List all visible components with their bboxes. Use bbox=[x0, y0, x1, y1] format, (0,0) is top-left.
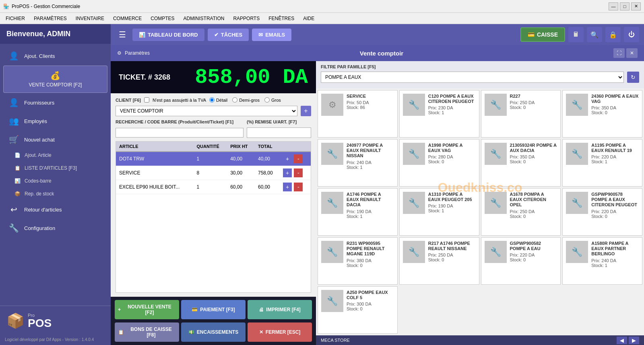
menu-parametres[interactable]: PARAMÈTRES bbox=[30, 14, 71, 23]
window-controls[interactable]: — □ ✕ bbox=[609, 2, 641, 10]
menu-commerce[interactable]: COMMERCE bbox=[109, 14, 146, 23]
product-card[interactable]: 🔧A1195 POMPE A EAUX RENAULT 19Prix: 220 … bbox=[562, 139, 642, 187]
sidebar-item-employes[interactable]: 👥 Employés bbox=[3, 112, 107, 130]
client-row: CLIENT [F6] N'est pas assujetti à la TVA… bbox=[116, 97, 311, 103]
product-card[interactable]: 🔧24360 POMPE A EAUX VAGPrix: 350 DAStock… bbox=[562, 90, 642, 138]
search-button[interactable]: 🔍 bbox=[587, 27, 602, 42]
product-card[interactable]: 🔧R217 A1746 POMPE REAULT NISSANEPrix: 25… bbox=[399, 237, 479, 285]
sidebar-item-ajout-clients[interactable]: 👤 Ajout. Clients bbox=[3, 47, 107, 65]
product-card[interactable]: ⚙SERVICEPrix: 50 DAStock: 86 bbox=[318, 90, 398, 138]
menu-rapports[interactable]: RAPPORTS bbox=[229, 14, 264, 23]
menu-fenetres[interactable]: FENÊTRES bbox=[264, 14, 298, 23]
product-card[interactable]: 🔧A1310 POMPE A EAUX PEUGEOT 205Prix: 190… bbox=[399, 188, 479, 236]
sidebar-item-configuration[interactable]: 🔧 Configuration bbox=[3, 219, 107, 237]
tva-checkbox[interactable] bbox=[144, 97, 149, 103]
product-name: 213059324R POMPE A AUX DACIA bbox=[510, 143, 557, 153]
sidebar-item-fournisseurs[interactable]: 👤 Fournisseurs bbox=[3, 94, 107, 111]
remise-label: (%) REMISE U/ART. [F7] bbox=[247, 119, 311, 124]
remise-input[interactable]: 0 bbox=[247, 127, 311, 138]
menu-administration[interactable]: ADMINISTRATION bbox=[180, 14, 229, 23]
sidebar-item-rep-stock[interactable]: 📦 Rep. de stock bbox=[10, 188, 107, 200]
product-card[interactable]: 🔧A1580R PAMPE A EAUX PARTNER BERLINGOPri… bbox=[562, 237, 642, 285]
product-name: R231 WP900595 POMPE RENAULT MGANE 119D bbox=[347, 241, 394, 257]
close-sale-button[interactable]: ✕ FERMER [ESC] bbox=[248, 322, 312, 342]
lock-button[interactable]: 🔒 bbox=[605, 27, 621, 42]
product-price: Prix: 220 DA bbox=[510, 253, 557, 257]
rep-stock-icon: 📦 bbox=[14, 191, 21, 197]
menu-aide[interactable]: AIDE bbox=[299, 14, 318, 23]
product-card[interactable]: 🔧A1678 POMPA A EAUX CITEROEN OPELPrix: 2… bbox=[481, 188, 561, 236]
product-name: C120 POMPE A EAUX CITEROEN PEUGEOT bbox=[428, 94, 476, 104]
product-card[interactable]: 🔧213059324R POMPE A AUX DACIAPrix: 350 D… bbox=[481, 139, 561, 187]
mode-radio-group: Détail Demi-gros Gros bbox=[209, 97, 281, 103]
sidebar-item-liste-articles[interactable]: 📋 LISTE D'ARTICLES [F3] bbox=[10, 162, 107, 174]
panel-close-button[interactable]: ✕ bbox=[626, 48, 638, 58]
product-image: 🔧 bbox=[566, 94, 588, 116]
power-button[interactable]: ⏻ bbox=[624, 27, 639, 42]
print-button[interactable]: 🖨 IMPRIMER [F4] bbox=[248, 300, 312, 319]
filter-select[interactable]: POMPE A EAUX bbox=[321, 72, 624, 83]
search-input[interactable] bbox=[116, 128, 244, 138]
hamburger-button[interactable]: ☰ bbox=[116, 28, 129, 41]
row-plus-button[interactable]: + bbox=[283, 154, 292, 163]
product-price: Prix: 190 DA bbox=[428, 203, 476, 208]
settings-icon: ⚙ bbox=[117, 50, 122, 56]
menu-inventaire[interactable]: INVENTAIRE bbox=[72, 14, 108, 23]
bon-caisse-button[interactable]: 📋 BONS DE CAISSE [F8] bbox=[115, 322, 179, 342]
mode-demigros-radio[interactable] bbox=[232, 97, 237, 103]
maximize-button[interactable]: □ bbox=[620, 2, 630, 10]
panel-controls: ⛶ ✕ bbox=[613, 48, 638, 58]
menu-comptes[interactable]: COMPTES bbox=[147, 14, 178, 23]
encaissements-button[interactable]: 💵 ENCAISSEMENTS bbox=[181, 322, 246, 342]
client-select-row: VENTE COMPTOIR + bbox=[116, 106, 311, 116]
row-plus-button[interactable]: + bbox=[283, 168, 292, 177]
mode-gros-radio[interactable] bbox=[264, 97, 270, 103]
product-name: GSPWP900578 POMPE A EAUX CITEROEN PEUGEO… bbox=[591, 192, 639, 208]
filter-refresh-button[interactable]: ↻ bbox=[627, 72, 639, 83]
emails-button[interactable]: ✉ EMAILS bbox=[252, 29, 291, 41]
product-card[interactable]: 🔧GSPWP900578 POMPE A EAUX CITEROEN PEUGE… bbox=[562, 188, 642, 236]
tasks-icon: ✔ bbox=[214, 32, 219, 38]
filter-input-row: POMPE A EAUX ↻ bbox=[321, 72, 639, 83]
emails-icon: ✉ bbox=[258, 32, 263, 38]
product-card[interactable]: 🔧GSPWP900582 POMPE A EAUPrix: 220 DAStoc… bbox=[481, 237, 561, 285]
scroll-left-button[interactable]: ◀ bbox=[617, 337, 627, 344]
row-minus-button[interactable]: - bbox=[294, 154, 303, 163]
product-card[interactable]: 🔧A1998 POMPE A EAUX VAGPrix: 280 DAStock… bbox=[399, 139, 479, 187]
ticket-display: TICKET. # 3268 858,00 DA bbox=[111, 61, 316, 93]
product-card[interactable]: 🔧240977 POMPE A EAUX RENAULT NISSANPrix:… bbox=[318, 139, 398, 187]
toolbar-left: ☰ 📊 TABLEAU DE BORD ✔ TÂCHES ✉ EMAILS bbox=[116, 28, 291, 41]
dashboard-button[interactable]: 📊 TABLEAU DE BORD bbox=[132, 29, 204, 41]
product-card[interactable]: 🔧C120 POMPE A EAUX CITEROEN PEUGEOTPrix:… bbox=[399, 90, 479, 138]
logo-box-icon: 📦 bbox=[6, 312, 25, 329]
product-grid: Ouedkniss.co ⚙SERVICEPrix: 50 DAStock: 8… bbox=[316, 88, 644, 335]
sidebar-item-retour-articles[interactable]: ↩ Retour d'articles bbox=[3, 201, 107, 218]
new-sale-button[interactable]: + NOUVELLE VENTE [F2] bbox=[115, 300, 179, 319]
sidebar-item-vente-comptoir[interactable]: 💰 VENTE COMPTOIR [F2] bbox=[3, 66, 107, 93]
sidebar-item-ajout-article[interactable]: 📄 Ajout. Article bbox=[10, 149, 107, 161]
product-stock: Stock: 86 bbox=[347, 105, 394, 110]
minimize-button[interactable]: — bbox=[609, 2, 618, 10]
row-minus-button[interactable]: - bbox=[294, 183, 303, 191]
product-stock: Stock: 0 bbox=[428, 159, 476, 164]
product-card[interactable]: 🔧A1746 POMPE A EAUX RENAULT DACIAPrix: 1… bbox=[318, 188, 398, 236]
calculator-button[interactable]: 🖩 bbox=[568, 27, 584, 42]
panel-expand-button[interactable]: ⛶ bbox=[613, 48, 625, 58]
row-plus-button[interactable]: + bbox=[283, 183, 292, 191]
sidebar-item-nouvel-achat[interactable]: 🛒 Nouvel achat bbox=[3, 131, 107, 148]
client-select[interactable]: VENTE COMPTOIR bbox=[116, 106, 297, 116]
payment-button[interactable]: 💳 PAIEMENT [F3] bbox=[181, 300, 246, 319]
sidebar-item-codes-barre[interactable]: 📊 Codes-barre bbox=[10, 175, 107, 187]
tasks-button[interactable]: ✔ TÂCHES bbox=[208, 29, 249, 41]
product-card[interactable]: 🔧R227Prix: 250 DAStock: 0 bbox=[481, 90, 561, 138]
product-price: Prix: 190 DA bbox=[347, 209, 394, 214]
scroll-right-button[interactable]: ▶ bbox=[629, 337, 639, 344]
close-button[interactable]: ✕ bbox=[631, 2, 641, 10]
menu-fichier[interactable]: FICHIER bbox=[2, 14, 29, 23]
mode-detail-radio[interactable] bbox=[209, 97, 215, 103]
caisse-button[interactable]: 💳 CAISSE bbox=[520, 27, 565, 42]
product-card[interactable]: 🔧R231 WP900595 POMPE RENAULT MGANE 119DP… bbox=[318, 237, 398, 285]
add-client-button[interactable]: + bbox=[301, 106, 311, 116]
row-minus-button[interactable]: - bbox=[294, 168, 303, 177]
product-card[interactable]: 🔧A250 POMPE EAUX COLF 5Prix: 300 DAStock… bbox=[318, 286, 398, 334]
